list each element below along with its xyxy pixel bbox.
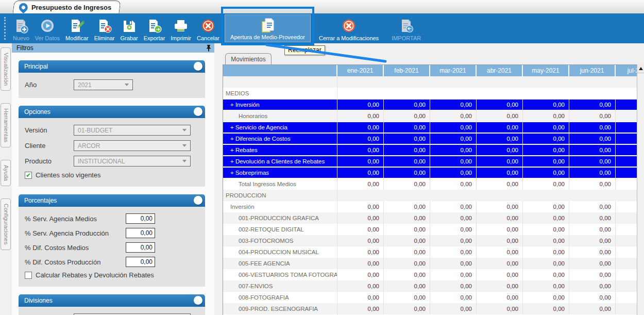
- grid-cell[interactable]: 0,00: [337, 134, 384, 144]
- grid-cell[interactable]: 0,00: [430, 110, 477, 122]
- grid-cell[interactable]: 0,00: [384, 145, 430, 155]
- sidebar-tab-herramientas[interactable]: Herramientas: [1, 103, 11, 147]
- grid-column-header[interactable]: mar-2021: [430, 65, 477, 76]
- grid-cell[interactable]: 0,00: [477, 156, 523, 167]
- grid-cell[interactable]: 0,00: [523, 168, 569, 178]
- grid-cell[interactable]: 0,00: [430, 212, 477, 224]
- grid-cell[interactable]: 0,00: [384, 201, 430, 212]
- section-toggle-icon[interactable]: [194, 296, 202, 305]
- grid-row-label[interactable]: 004-PRODUCCION MUSICAL: [223, 246, 337, 258]
- tab-movimientos[interactable]: Movimientos: [225, 53, 272, 64]
- grid-cell[interactable]: 0,00: [523, 235, 569, 246]
- window-tab[interactable]: Presupuesto de Ingresos: [12, 1, 121, 13]
- grid-cell[interactable]: 0,00: [616, 224, 637, 235]
- grid-cell[interactable]: 0,00: [523, 110, 569, 122]
- grid-cell[interactable]: 0,00: [430, 280, 477, 292]
- grid-cell[interactable]: 0,00: [337, 168, 384, 178]
- grid-row-label[interactable]: 009-PROD. ESCENOGRAFIA: [223, 303, 337, 314]
- grid-row-label[interactable]: 007-ENVIOS: [223, 280, 337, 292]
- grid-cell[interactable]: 0,00: [569, 292, 616, 303]
- grid-row-label[interactable]: + Diferencia de Costos: [223, 134, 337, 144]
- grid-cell[interactable]: 0,00: [384, 178, 430, 190]
- grid-cell[interactable]: 0,00: [523, 303, 569, 314]
- grid-cell[interactable]: 0,00: [616, 269, 637, 280]
- grid-cell[interactable]: 0,00: [337, 280, 384, 292]
- import-button[interactable]: IMPORTAR: [389, 14, 423, 42]
- print-button[interactable]: Imprimir: [168, 14, 194, 42]
- grid-column-header[interactable]: jun-2021: [569, 65, 616, 76]
- cancel-button[interactable]: Cancelar: [194, 14, 222, 42]
- grid-cell[interactable]: 0,00: [523, 145, 569, 155]
- grid-cell[interactable]: 0,00: [337, 122, 384, 132]
- grid-cell[interactable]: 0,00: [523, 100, 569, 110]
- sidebar-tab-configuraciones[interactable]: Configuraciones: [1, 198, 11, 250]
- grid-cell[interactable]: 0,00: [569, 224, 616, 235]
- grid-cell[interactable]: 0,00: [569, 156, 616, 167]
- section-toggle-icon[interactable]: [194, 107, 202, 116]
- grid-cell[interactable]: 0,00: [384, 134, 430, 144]
- sidebar-tab-visualizacion[interactable]: Visualización: [1, 47, 11, 91]
- grid-cell[interactable]: 0,00: [384, 258, 430, 269]
- grid-cell[interactable]: 0,00: [477, 110, 523, 122]
- grid-cell[interactable]: 0,00: [477, 280, 523, 292]
- grid-row-label[interactable]: PRODUCCION: [223, 190, 337, 201]
- grid-cell[interactable]: 0,00: [523, 212, 569, 224]
- grid-cell[interactable]: 0,00: [523, 246, 569, 258]
- grid-cell[interactable]: 0,00: [384, 269, 430, 280]
- anio-select[interactable]: 2021: [74, 79, 133, 90]
- grid-cell[interactable]: 0,00: [523, 178, 569, 190]
- grid-cell[interactable]: 0,00: [569, 110, 616, 122]
- grid-cell[interactable]: 0,00: [477, 303, 523, 314]
- vertical-scrollbar[interactable]: [637, 64, 644, 315]
- grid-cell[interactable]: 0,00: [430, 134, 477, 144]
- grid-cell[interactable]: 0,00: [477, 122, 523, 132]
- grid-row-label[interactable]: 003-FOTOCROMOS: [223, 235, 337, 246]
- grid-cell[interactable]: 0,00: [430, 122, 477, 132]
- grid-cell[interactable]: 0,00: [569, 122, 616, 132]
- grid-column-header[interactable]: feb-2021: [384, 65, 430, 76]
- grid-cell[interactable]: 0,00: [616, 303, 637, 314]
- grid-cell[interactable]: 0,00: [477, 201, 523, 212]
- grid-cell[interactable]: 0,00: [569, 168, 616, 178]
- grid-row-label[interactable]: + Servicio de Agencia: [223, 122, 337, 132]
- clientes-vigentes-checkbox[interactable]: ✔: [25, 172, 32, 179]
- grid-cell[interactable]: 0,00: [384, 280, 430, 292]
- grid-cell[interactable]: 0,00: [477, 145, 523, 155]
- grid-cell[interactable]: 0,00: [337, 201, 384, 212]
- grid-cell[interactable]: 0,00: [337, 224, 384, 235]
- grid-cell[interactable]: 0,00: [523, 258, 569, 269]
- grid-cell[interactable]: 0,00: [337, 235, 384, 246]
- grid-cell[interactable]: 0,00: [569, 280, 616, 292]
- view-data-button[interactable]: Ver Datos: [32, 14, 62, 42]
- grid-cell[interactable]: 0,00: [616, 178, 637, 190]
- grid-cell[interactable]: 0,00: [337, 212, 384, 224]
- calcular-rebates-checkbox[interactable]: [25, 272, 32, 279]
- grid-cell[interactable]: 0,00: [337, 246, 384, 258]
- grid-row-label[interactable]: 005-FEE AGENCIA: [223, 258, 337, 269]
- grid-cell[interactable]: 0,00: [384, 303, 430, 314]
- grid-row-label[interactable]: [223, 76, 337, 88]
- grid-cell[interactable]: 0,00: [569, 269, 616, 280]
- grid-cell[interactable]: 0,00: [430, 303, 477, 314]
- delete-button[interactable]: Eliminar: [92, 14, 117, 42]
- cliente-select[interactable]: ARCOR: [74, 140, 191, 151]
- grid-cell[interactable]: 0,00: [430, 178, 477, 190]
- grid-cell[interactable]: 0,00: [477, 168, 523, 178]
- grid-cell[interactable]: 0,00: [384, 100, 430, 110]
- grid-cell[interactable]: 0,00: [430, 235, 477, 246]
- grid-cell[interactable]: 0,00: [523, 156, 569, 167]
- grid-cell[interactable]: 0,00: [477, 212, 523, 224]
- grid-cell[interactable]: 0,00: [337, 178, 384, 190]
- grid-row-label[interactable]: 001-PRODUCCION GRAFICA: [223, 212, 337, 224]
- grid-row-label[interactable]: Inversión: [223, 201, 337, 212]
- grid-cell[interactable]: 0,00: [337, 100, 384, 110]
- grid-cell[interactable]: 0,00: [430, 156, 477, 167]
- grid-cell[interactable]: 0,00: [523, 201, 569, 212]
- grid-cell[interactable]: 0,00: [430, 292, 477, 303]
- dif-costos-produccion-input[interactable]: [126, 257, 155, 267]
- grid-cell[interactable]: 0,00: [569, 145, 616, 155]
- grid-cell[interactable]: 0,00: [523, 280, 569, 292]
- save-button[interactable]: Grabar: [117, 14, 140, 42]
- grid-row-label[interactable]: + Devolución a Clientes de Rebates: [223, 156, 337, 167]
- grid-cell[interactable]: 0,00: [430, 269, 477, 280]
